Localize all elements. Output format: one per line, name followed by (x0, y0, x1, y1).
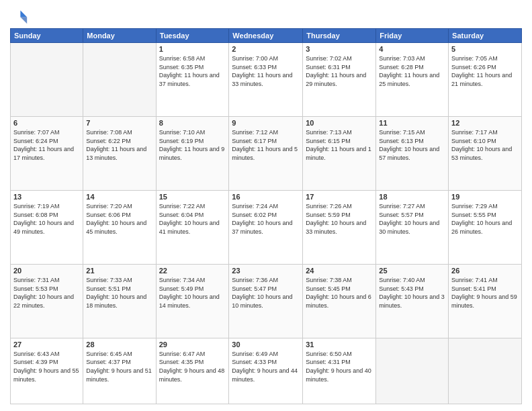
table-row: 16 Sunrise: 7:24 AM Sunset: 6:02 PM Dayl… (229, 190, 303, 264)
day-number: 5 (451, 45, 519, 53)
day-info: Sunrise: 6:50 AM Sunset: 4:31 PM Dayligh… (306, 350, 373, 383)
day-info: Sunrise: 6:45 AM Sunset: 4:37 PM Dayligh… (86, 350, 152, 383)
table-row: 13 Sunrise: 7:19 AM Sunset: 6:08 PM Dayl… (11, 190, 83, 264)
day-info: Sunrise: 7:08 AM Sunset: 6:22 PM Dayligh… (86, 128, 152, 162)
day-number: 28 (86, 340, 152, 349)
day-number: 20 (13, 267, 80, 275)
day-info: Sunrise: 6:49 AM Sunset: 4:33 PM Dayligh… (232, 350, 300, 383)
table-row: 31 Sunrise: 6:50 AM Sunset: 4:31 PM Dayl… (303, 338, 376, 404)
day-info: Sunrise: 7:10 AM Sunset: 6:19 PM Dayligh… (159, 128, 226, 162)
table-row: 4 Sunrise: 7:03 AM Sunset: 6:28 PM Dayli… (376, 43, 449, 117)
day-info: Sunrise: 7:27 AM Sunset: 5:57 PM Dayligh… (379, 202, 445, 236)
table-row: 24 Sunrise: 7:38 AM Sunset: 5:45 PM Dayl… (303, 264, 376, 338)
day-info: Sunrise: 7:41 AM Sunset: 5:41 PM Dayligh… (451, 276, 519, 310)
svg-marker-0 (20, 11, 27, 17)
day-info: Sunrise: 7:17 AM Sunset: 6:10 PM Dayligh… (451, 128, 519, 162)
day-number: 10 (306, 119, 373, 127)
table-row: 14 Sunrise: 7:20 AM Sunset: 6:06 PM Dayl… (83, 190, 156, 264)
calendar-week-row: 6 Sunrise: 7:07 AM Sunset: 6:24 PM Dayli… (11, 116, 522, 190)
day-number: 1 (159, 45, 226, 53)
day-number: 8 (159, 119, 226, 127)
day-number: 15 (159, 193, 226, 201)
day-info: Sunrise: 7:00 AM Sunset: 6:33 PM Dayligh… (232, 54, 300, 88)
table-row: 6 Sunrise: 7:07 AM Sunset: 6:24 PM Dayli… (11, 116, 83, 190)
day-info: Sunrise: 6:58 AM Sunset: 6:35 PM Dayligh… (159, 54, 226, 88)
table-row: 18 Sunrise: 7:27 AM Sunset: 5:57 PM Dayl… (376, 190, 449, 264)
day-info: Sunrise: 7:38 AM Sunset: 5:45 PM Dayligh… (306, 276, 373, 310)
table-row (376, 338, 449, 404)
day-info: Sunrise: 7:19 AM Sunset: 6:08 PM Dayligh… (13, 202, 80, 236)
table-row: 25 Sunrise: 7:40 AM Sunset: 5:43 PM Dayl… (376, 264, 449, 338)
day-info: Sunrise: 7:12 AM Sunset: 6:17 PM Dayligh… (232, 128, 300, 162)
table-row: 30 Sunrise: 6:49 AM Sunset: 4:33 PM Dayl… (229, 338, 303, 404)
day-number: 21 (86, 267, 152, 275)
day-info: Sunrise: 7:36 AM Sunset: 5:47 PM Dayligh… (232, 276, 300, 310)
day-info: Sunrise: 7:40 AM Sunset: 5:43 PM Dayligh… (379, 276, 445, 310)
day-info: Sunrise: 7:20 AM Sunset: 6:06 PM Dayligh… (86, 202, 152, 236)
col-monday: Monday (83, 29, 156, 43)
calendar-week-row: 1 Sunrise: 6:58 AM Sunset: 6:35 PM Dayli… (11, 43, 522, 117)
table-row: 1 Sunrise: 6:58 AM Sunset: 6:35 PM Dayli… (156, 43, 229, 117)
header (10, 7, 522, 26)
table-row: 10 Sunrise: 7:13 AM Sunset: 6:15 PM Dayl… (303, 116, 376, 190)
day-number: 29 (159, 340, 226, 349)
logo (10, 7, 30, 26)
day-number: 26 (451, 267, 519, 275)
calendar-week-row: 27 Sunrise: 6:43 AM Sunset: 4:39 PM Dayl… (11, 338, 522, 404)
day-info: Sunrise: 7:15 AM Sunset: 6:13 PM Dayligh… (379, 128, 445, 162)
table-row (83, 43, 156, 117)
day-number: 4 (379, 45, 445, 53)
table-row: 11 Sunrise: 7:15 AM Sunset: 6:13 PM Dayl… (376, 116, 449, 190)
col-wednesday: Wednesday (229, 29, 303, 43)
day-info: Sunrise: 7:24 AM Sunset: 6:02 PM Dayligh… (232, 202, 300, 236)
day-info: Sunrise: 7:29 AM Sunset: 5:55 PM Dayligh… (451, 202, 519, 236)
day-number: 16 (232, 193, 300, 201)
table-row (11, 43, 83, 117)
table-row: 2 Sunrise: 7:00 AM Sunset: 6:33 PM Dayli… (229, 43, 303, 117)
day-info: Sunrise: 7:02 AM Sunset: 6:31 PM Dayligh… (306, 54, 373, 88)
table-row: 7 Sunrise: 7:08 AM Sunset: 6:22 PM Dayli… (83, 116, 156, 190)
day-info: Sunrise: 6:43 AM Sunset: 4:39 PM Dayligh… (13, 350, 80, 383)
col-saturday: Saturday (449, 29, 522, 43)
svg-marker-1 (20, 17, 27, 24)
calendar-header-row: Sunday Monday Tuesday Wednesday Thursday… (11, 29, 522, 43)
calendar-week-row: 13 Sunrise: 7:19 AM Sunset: 6:08 PM Dayl… (11, 190, 522, 264)
day-info: Sunrise: 7:34 AM Sunset: 5:49 PM Dayligh… (159, 276, 226, 310)
col-friday: Friday (376, 29, 449, 43)
day-number: 25 (379, 267, 445, 275)
day-info: Sunrise: 7:26 AM Sunset: 5:59 PM Dayligh… (306, 202, 373, 236)
table-row: 15 Sunrise: 7:22 AM Sunset: 6:04 PM Dayl… (156, 190, 229, 264)
table-row: 21 Sunrise: 7:33 AM Sunset: 5:51 PM Dayl… (83, 264, 156, 338)
table-row: 29 Sunrise: 6:47 AM Sunset: 4:35 PM Dayl… (156, 338, 229, 404)
table-row: 27 Sunrise: 6:43 AM Sunset: 4:39 PM Dayl… (11, 338, 83, 404)
day-info: Sunrise: 7:03 AM Sunset: 6:28 PM Dayligh… (379, 54, 445, 88)
day-number: 27 (13, 340, 80, 349)
day-number: 19 (451, 193, 519, 201)
day-info: Sunrise: 7:05 AM Sunset: 6:26 PM Dayligh… (451, 54, 519, 88)
day-info: Sunrise: 7:22 AM Sunset: 6:04 PM Dayligh… (159, 202, 226, 236)
day-number: 14 (86, 193, 152, 201)
calendar-week-row: 20 Sunrise: 7:31 AM Sunset: 5:53 PM Dayl… (11, 264, 522, 338)
col-thursday: Thursday (303, 29, 376, 43)
day-number: 13 (13, 193, 80, 201)
day-number: 11 (379, 119, 445, 127)
table-row: 9 Sunrise: 7:12 AM Sunset: 6:17 PM Dayli… (229, 116, 303, 190)
day-number: 24 (306, 267, 373, 275)
day-info: Sunrise: 7:33 AM Sunset: 5:51 PM Dayligh… (86, 276, 152, 310)
day-number: 3 (306, 45, 373, 53)
day-number: 2 (232, 45, 300, 53)
col-tuesday: Tuesday (156, 29, 229, 43)
table-row: 22 Sunrise: 7:34 AM Sunset: 5:49 PM Dayl… (156, 264, 229, 338)
page: Sunday Monday Tuesday Wednesday Thursday… (0, 0, 532, 411)
day-number: 22 (159, 267, 226, 275)
calendar-table: Sunday Monday Tuesday Wednesday Thursday… (10, 28, 522, 404)
day-number: 9 (232, 119, 300, 127)
table-row: 19 Sunrise: 7:29 AM Sunset: 5:55 PM Dayl… (449, 190, 522, 264)
day-info: Sunrise: 6:47 AM Sunset: 4:35 PM Dayligh… (159, 350, 226, 383)
table-row: 3 Sunrise: 7:02 AM Sunset: 6:31 PM Dayli… (303, 43, 376, 117)
logo-icon (10, 7, 29, 26)
table-row: 26 Sunrise: 7:41 AM Sunset: 5:41 PM Dayl… (449, 264, 522, 338)
table-row: 23 Sunrise: 7:36 AM Sunset: 5:47 PM Dayl… (229, 264, 303, 338)
day-number: 6 (13, 119, 80, 127)
table-row: 17 Sunrise: 7:26 AM Sunset: 5:59 PM Dayl… (303, 190, 376, 264)
